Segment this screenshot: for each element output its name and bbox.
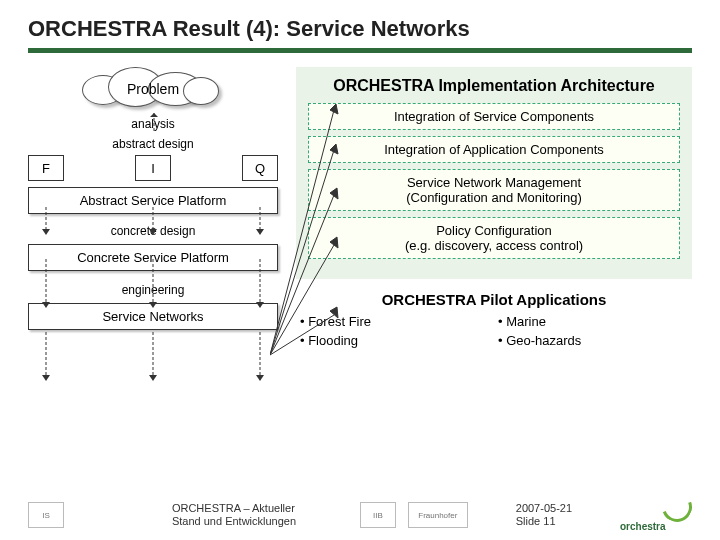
pilot-item-label: Marine: [506, 314, 546, 329]
concrete-platform-box: Concrete Service Platform: [28, 244, 278, 271]
problem-cloud: Problem: [88, 67, 218, 111]
pilot-item: • Marine: [494, 312, 692, 331]
architecture-panel: ORCHESTRA Implementation Architecture In…: [296, 67, 692, 279]
pilot-item-label: Flooding: [308, 333, 358, 348]
title-rule: [28, 48, 692, 53]
pilot-list: • Forest Fire • Marine • Flooding • Geo-…: [296, 312, 692, 350]
pilot-item: • Forest Fire: [296, 312, 494, 331]
fiq-Q: Q: [242, 155, 278, 181]
pilot-item: • Flooding: [296, 331, 494, 350]
footer: IS ORCHESTRA – Aktueller Stand und Entwi…: [0, 498, 720, 532]
fraunhofer-logo: Fraunhofer: [408, 502, 468, 528]
arch-box-service-components: Integration of Service Components: [308, 103, 680, 130]
fiq-F: F: [28, 155, 64, 181]
analysis-label: analysis: [28, 117, 278, 131]
pilot-item: • Geo-hazards: [494, 331, 692, 350]
orchestra-logo: orchestra: [620, 498, 692, 532]
footer-date: 2007-05-21: [516, 502, 572, 515]
orchestra-logo-text: orchestra: [620, 521, 666, 532]
slide-title: ORCHESTRA Result (4): Service Networks: [28, 16, 692, 42]
engineering-label: engineering: [28, 283, 278, 297]
svg-marker-17: [42, 375, 50, 381]
problem-label: Problem: [88, 67, 218, 111]
abstract-design-label: abstract design: [28, 137, 278, 151]
arch-box-application-components: Integration of Application Components: [308, 136, 680, 163]
footer-slide-number: Slide 11: [516, 515, 572, 528]
arch-box-network-management: Service Network Management (Configuratio…: [308, 169, 680, 211]
process-column: Problem analysis abstract design F I Q A…: [28, 67, 278, 350]
fiq-row: F I Q: [28, 155, 278, 181]
svg-marker-19: [256, 375, 264, 381]
abstract-platform-box: Abstract Service Platform: [28, 187, 278, 214]
footer-caption: ORCHESTRA – Aktueller Stand und Entwickl…: [112, 502, 312, 528]
pilot-item-label: Geo-hazards: [506, 333, 581, 348]
concrete-design-label: concrete design: [28, 224, 278, 238]
fiq-I: I: [135, 155, 171, 181]
architecture-title: ORCHESTRA Implementation Architecture: [308, 77, 680, 95]
pilot-title: ORCHESTRA Pilot Applications: [296, 291, 692, 308]
iib-logo: IIB: [360, 502, 396, 528]
right-column: ORCHESTRA Implementation Architecture In…: [296, 67, 692, 350]
info-society-logo: IS: [28, 502, 64, 528]
footer-meta: 2007-05-21 Slide 11: [516, 502, 572, 528]
service-networks-box: Service Networks: [28, 303, 278, 330]
pilot-item-label: Forest Fire: [308, 314, 371, 329]
svg-marker-18: [149, 375, 157, 381]
arch-box-policy-config: Policy Configuration (e.g. discovery, ac…: [308, 217, 680, 259]
